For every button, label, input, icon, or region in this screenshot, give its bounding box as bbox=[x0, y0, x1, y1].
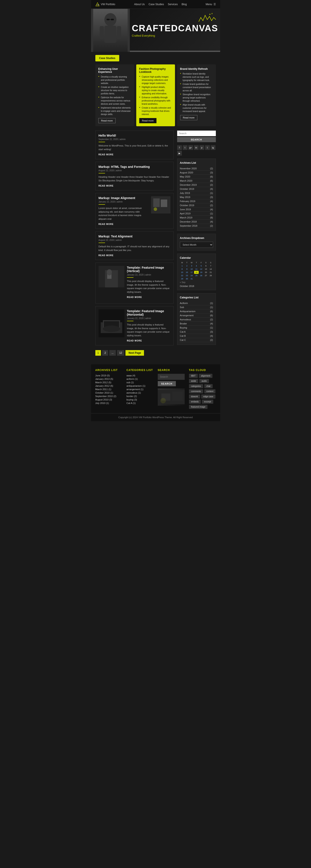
cal-23[interactable]: 23 bbox=[185, 274, 189, 277]
cal-31[interactable]: 31 bbox=[189, 277, 194, 280]
footer-archive-7[interactable]: August 2010 (3) bbox=[95, 398, 122, 401]
cal-4[interactable]: 4 bbox=[194, 265, 199, 267]
card-1-read-more-button[interactable]: Read more bbox=[98, 118, 115, 123]
tag-comments[interactable]: comments bbox=[189, 389, 203, 393]
cal-22[interactable]: 22 bbox=[180, 274, 184, 277]
footer-cat-1[interactable]: aciform (1) bbox=[127, 377, 153, 381]
archive-jul-2019[interactable]: July 2019(1) bbox=[180, 191, 213, 195]
cal-24[interactable]: 24 bbox=[189, 274, 194, 277]
nav-menu-button[interactable]: Menu ☰ bbox=[206, 3, 216, 6]
card-3-read-more-button[interactable]: Read more bbox=[180, 115, 197, 120]
cal-9[interactable]: 9 bbox=[185, 268, 189, 271]
tag-alignment[interactable]: alignment bbox=[199, 374, 212, 378]
cal-12[interactable]: 12 bbox=[199, 268, 203, 271]
archives-dropdown-select[interactable]: Select Month bbox=[180, 242, 213, 248]
post-2-read-more[interactable]: READ MORE bbox=[99, 185, 114, 187]
cal-18-today[interactable]: 18 bbox=[194, 271, 199, 274]
footer-archive-2[interactable]: March 2012 (5) bbox=[95, 381, 122, 384]
archive-apr-2019[interactable]: April 2019(1) bbox=[180, 212, 213, 216]
archive-jun-2019[interactable]: June 2019(4) bbox=[180, 208, 213, 212]
page-ellipsis-button[interactable]: ... bbox=[109, 350, 116, 356]
tag-chat[interactable]: chat bbox=[204, 384, 213, 388]
archive-dec-2019[interactable]: December 2019(2) bbox=[180, 183, 213, 187]
footer-search-input[interactable] bbox=[158, 374, 185, 380]
nav-blog[interactable]: Blog bbox=[182, 3, 187, 6]
archive-feb-2019[interactable]: February 2019(4) bbox=[180, 199, 213, 204]
footer-cat-6[interactable]: border (2) bbox=[127, 395, 153, 398]
post-6-read-more[interactable]: READ MORE bbox=[127, 340, 142, 342]
cal-29[interactable]: 29 bbox=[180, 277, 184, 280]
archive-may-2020[interactable]: May 2020(6) bbox=[180, 175, 213, 179]
archive-may-2019[interactable]: May 2019(3) bbox=[180, 195, 213, 199]
footer-archive-1[interactable]: January 2013 (5) bbox=[95, 377, 122, 381]
footer-search-button[interactable]: SEARCH bbox=[158, 381, 176, 386]
social-twitter-icon[interactable]: t bbox=[183, 145, 187, 150]
cat-buying[interactable]: Buying(1) bbox=[180, 326, 213, 330]
sidebar-search-button[interactable]: SEARCH bbox=[177, 137, 216, 142]
page-2-button[interactable]: 2 bbox=[102, 350, 108, 356]
nav-about[interactable]: About Us bbox=[134, 3, 145, 6]
archive-dec-2018[interactable]: December 2018(4) bbox=[180, 220, 213, 224]
footer-archive-5[interactable]: October 2010 (1) bbox=[95, 391, 122, 395]
footer-archive-0[interactable]: June 2019 (5) bbox=[95, 374, 122, 377]
page-1-button[interactable]: 1 bbox=[95, 350, 101, 356]
archive-oct-2019b[interactable]: October 2019(2) bbox=[180, 204, 213, 208]
cal-10[interactable]: 10 bbox=[189, 268, 194, 271]
post-3-read-more[interactable]: READ MORE bbox=[99, 223, 114, 225]
cat-b[interactable]: Cat B(4) bbox=[180, 334, 213, 338]
footer-cat-5[interactable]: asmodeus (1) bbox=[127, 391, 153, 395]
archive-nov-2020[interactable]: November 2020(2) bbox=[180, 166, 213, 170]
post-1-read-more[interactable]: READ MORE bbox=[99, 153, 114, 156]
tag-audio[interactable]: audio bbox=[199, 379, 209, 383]
cat-sub[interactable]: Sub(1) bbox=[180, 305, 213, 309]
post-4-read-more[interactable]: READ MORE bbox=[99, 254, 114, 256]
cal-5[interactable]: 5 bbox=[199, 265, 203, 267]
cat-aciform[interactable]: Aciform(1) bbox=[180, 301, 213, 305]
page-12-button[interactable]: 12 bbox=[117, 350, 124, 356]
footer-archive-3[interactable]: January 2012 (6) bbox=[95, 384, 122, 388]
nav-case-studies[interactable]: Case Studies bbox=[148, 3, 164, 6]
cal-15[interactable]: 15 bbox=[180, 271, 184, 274]
case-studies-button[interactable]: Case Studies bbox=[95, 55, 119, 61]
tag-content[interactable]: content bbox=[204, 389, 216, 393]
footer-cat-0[interactable]: aaaa (4) bbox=[127, 374, 153, 377]
footer-archive-4[interactable]: March 2011 (1) bbox=[95, 388, 122, 391]
cal-25[interactable]: 25 bbox=[194, 274, 199, 277]
cat-broder[interactable]: Broder(4) bbox=[180, 322, 213, 326]
tag-embeds[interactable]: embeds bbox=[189, 400, 201, 404]
footer-cat-8[interactable]: Cat A (1) bbox=[127, 401, 153, 405]
cal-19[interactable]: 19 bbox=[199, 271, 203, 274]
next-page-button[interactable]: Next Page bbox=[126, 350, 144, 356]
sidebar-search-input[interactable] bbox=[177, 130, 216, 136]
footer-archive-8[interactable]: July 2010 (1) bbox=[95, 401, 122, 405]
cal-3[interactable]: 3 bbox=[189, 265, 194, 267]
social-facebook-icon[interactable]: f bbox=[177, 145, 182, 150]
social-googleplus-icon[interactable]: g+ bbox=[188, 145, 193, 150]
cal-26[interactable]: 26 bbox=[199, 274, 203, 277]
archive-mar-2020[interactable]: March 2020(6) bbox=[180, 179, 213, 183]
footer-cat-4[interactable]: arrangement (1) bbox=[127, 388, 153, 391]
cal-2[interactable]: 2 bbox=[185, 265, 189, 267]
tag-featured-image[interactable]: featured image bbox=[189, 405, 208, 409]
tag-8bit[interactable]: 8BIT bbox=[189, 374, 198, 378]
nav-services[interactable]: Services bbox=[168, 3, 178, 6]
cal-8[interactable]: 8 bbox=[180, 268, 184, 271]
cal-1[interactable]: 1 bbox=[180, 265, 184, 267]
cal-16[interactable]: 16 bbox=[185, 271, 189, 274]
social-youtube-icon[interactable]: ▶ bbox=[177, 151, 182, 156]
footer-cat-7[interactable]: buying (3) bbox=[127, 398, 153, 401]
footer-cat-3[interactable]: antiquarianism (1) bbox=[127, 384, 153, 388]
calendar-prev-nav[interactable]: « Sep bbox=[180, 281, 213, 283]
archive-oct-2019[interactable]: October 2019(4) bbox=[180, 187, 213, 191]
tag-dowork[interactable]: dowork bbox=[189, 395, 200, 399]
tag-excerpt[interactable]: excerpt bbox=[202, 400, 213, 404]
cat-c[interactable]: Cat C(2) bbox=[180, 338, 213, 342]
social-tumblr-icon[interactable]: t bbox=[205, 145, 210, 150]
cal-30[interactable]: 30 bbox=[185, 277, 189, 280]
social-instagram-icon[interactable]: ig bbox=[211, 145, 215, 150]
cal-17[interactable]: 17 bbox=[189, 271, 194, 274]
footer-cat-2[interactable]: sub (1) bbox=[127, 381, 153, 384]
cat-antiquarianism[interactable]: Antiquarianism(6) bbox=[180, 309, 213, 313]
footer-archive-6[interactable]: September 2010 (2) bbox=[95, 395, 122, 398]
cat-arrangement[interactable]: Arrangement(6) bbox=[180, 313, 213, 317]
